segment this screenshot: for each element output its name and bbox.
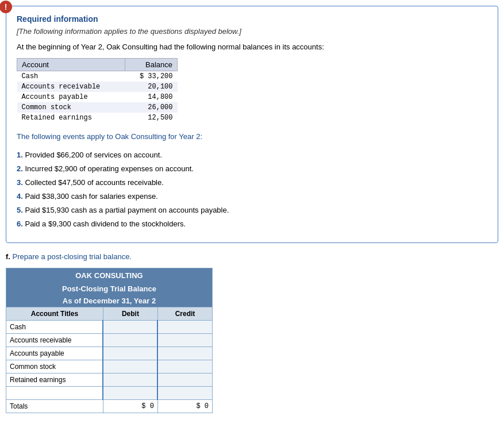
table-row: Retained earnings12,500 — [17, 113, 178, 123]
credit-input[interactable] — [161, 389, 209, 397]
account-name-cell: Accounts receivable — [17, 82, 125, 92]
event-number: 2. — [17, 164, 23, 173]
balance-cell: 26,000 — [125, 102, 178, 113]
totals-label: Totals — [6, 399, 103, 413]
account-name-cell: Retained earnings — [17, 113, 125, 123]
account-balance-table: Account Balance Cash$ 33,200Accounts rec… — [17, 58, 178, 123]
part-f-letter: f. — [6, 252, 10, 261]
table-row: Common stock26,000 — [17, 102, 178, 113]
list-item: 3. Collected $47,500 of accounts receiva… — [17, 176, 487, 189]
event-number: 3. — [17, 178, 23, 187]
event-number: 4. — [17, 192, 23, 201]
table-row: Retained earnings — [6, 373, 213, 386]
trial-balance-credit-cell[interactable] — [157, 386, 212, 399]
debit-input[interactable] — [107, 363, 153, 371]
event-text: Paid a $9,300 cash dividend to the stock… — [25, 220, 186, 228]
tb-col-debit-header: Debit — [103, 307, 157, 320]
trial-balance-title: Post-Closing Trial Balance — [6, 283, 213, 295]
trial-balance-account-name: Common stock — [6, 360, 103, 373]
credit-input[interactable] — [161, 376, 209, 384]
credit-input[interactable] — [161, 349, 209, 357]
trial-balance-account-name: Retained earnings — [6, 373, 103, 386]
balance-col-header: Balance — [125, 59, 178, 71]
table-row: Common stock — [6, 360, 213, 373]
event-number: 1. — [17, 151, 23, 159]
trial-balance-credit-cell[interactable] — [157, 373, 212, 386]
trial-balance-debit-cell[interactable] — [103, 386, 157, 399]
trial-balance-totals-row: Totals $ 0 $ 0 — [6, 399, 213, 413]
credit-input[interactable] — [161, 336, 209, 344]
trial-balance-debit-cell[interactable] — [103, 373, 157, 386]
balance-cell: 20,100 — [125, 82, 178, 92]
trial-balance-account-name: Accounts payable — [6, 347, 103, 360]
table-row: Accounts payable14,800 — [17, 92, 178, 102]
list-item: 1. Provided $66,200 of services on accou… — [17, 149, 487, 161]
account-col-header: Account — [17, 59, 125, 71]
credit-input[interactable] — [161, 363, 209, 371]
table-row: Accounts receivable20,100 — [17, 82, 178, 92]
event-number: 6. — [17, 220, 23, 228]
event-text: Collected $47,500 of accounts receivable… — [25, 178, 163, 187]
required-info-title: Required information — [17, 14, 487, 24]
trial-balance-debit-cell[interactable] — [103, 320, 157, 333]
table-row — [6, 386, 213, 399]
trial-balance-debit-cell[interactable] — [103, 333, 157, 347]
events-list: 1. Provided $66,200 of services on accou… — [17, 149, 487, 231]
debit-input[interactable] — [107, 336, 153, 344]
debit-input[interactable] — [107, 323, 153, 331]
italic-note: [The following information applies to th… — [17, 27, 487, 36]
tb-col-credit-header: Credit — [157, 307, 212, 320]
balance-cell: 12,500 — [125, 113, 178, 123]
account-name-cell: Common stock — [17, 102, 125, 113]
event-text: Paid $38,300 cash for salaries expense. — [25, 192, 157, 201]
table-row: Accounts payable — [6, 347, 213, 360]
account-name-cell: Accounts payable — [17, 92, 125, 102]
trial-balance-debit-cell[interactable] — [103, 347, 157, 360]
following-events-text: The following events apply to Oak Consul… — [17, 132, 487, 141]
trial-balance-credit-cell[interactable] — [157, 320, 212, 333]
trial-balance-account-name — [6, 386, 103, 399]
list-item: 6. Paid a $9,300 cash dividend to the st… — [17, 218, 487, 230]
balance-cell: $ 33,200 — [125, 71, 178, 82]
event-text: Paid $15,930 cash as a partial payment o… — [25, 206, 229, 214]
table-row: Accounts receivable — [6, 333, 213, 347]
trial-balance-date: As of December 31, Year 2 — [6, 295, 213, 307]
event-text: Incurred $2,900 of operating expenses on… — [25, 164, 193, 173]
table-row: Cash$ 33,200 — [17, 71, 178, 82]
trial-balance-table: OAK CONSULTING Post-Closing Trial Balanc… — [6, 268, 213, 413]
balance-cell: 14,800 — [125, 92, 178, 102]
totals-credit: $ 0 — [157, 399, 212, 413]
intro-text: At the beginning of Year 2, Oak Consulti… — [17, 43, 487, 51]
trial-balance-credit-cell[interactable] — [157, 333, 212, 347]
tb-col-account-header: Account Titles — [6, 307, 103, 320]
list-item: 5. Paid $15,930 cash as a partial paymen… — [17, 204, 487, 217]
list-item: 4. Paid $38,300 cash for salaries expens… — [17, 190, 487, 203]
account-name-cell: Cash — [17, 71, 125, 82]
credit-input[interactable] — [161, 323, 209, 331]
event-text: Provided $66,200 of services on account. — [25, 151, 161, 159]
part-f-label: f. Prepare a post-closing trial balance. — [6, 252, 498, 261]
trial-balance-wrapper: OAK CONSULTING Post-Closing Trial Balanc… — [6, 268, 213, 413]
table-row: Cash — [6, 320, 213, 333]
totals-debit: $ 0 — [103, 399, 157, 413]
trial-balance-debit-cell[interactable] — [103, 360, 157, 373]
trial-balance-account-name: Accounts receivable — [6, 333, 103, 347]
debit-input[interactable] — [107, 349, 153, 357]
debit-input[interactable] — [107, 389, 153, 397]
alert-icon: ! — [0, 1, 12, 13]
trial-balance-account-name: Cash — [6, 320, 103, 333]
trial-balance-company: OAK CONSULTING — [6, 268, 213, 283]
trial-balance-credit-cell[interactable] — [157, 347, 212, 360]
part-f-text: Prepare a post-closing trial balance. — [13, 252, 132, 261]
required-info-box: ! Required information [The following in… — [6, 6, 498, 243]
event-number: 5. — [17, 206, 23, 214]
trial-balance-credit-cell[interactable] — [157, 360, 212, 373]
list-item: 2. Incurred $2,900 of operating expenses… — [17, 163, 487, 175]
debit-input[interactable] — [107, 376, 153, 384]
